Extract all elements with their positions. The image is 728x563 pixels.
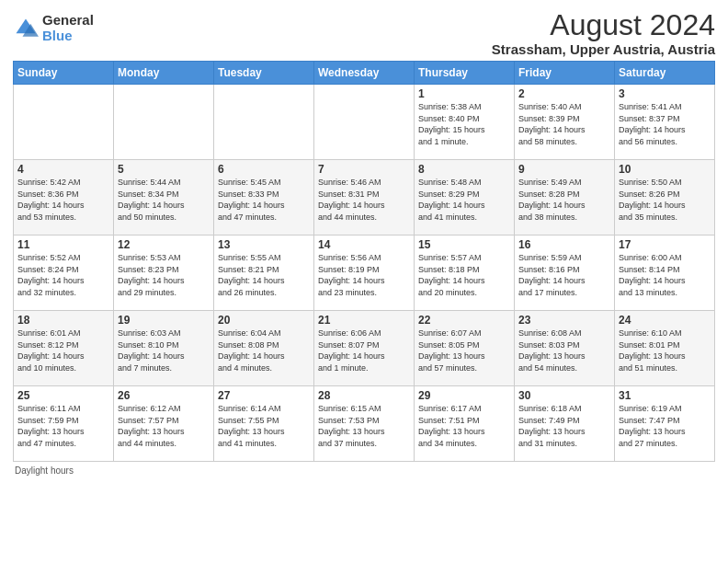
calendar-cell: 29Sunrise: 6:17 AM Sunset: 7:51 PM Dayli… xyxy=(415,386,515,462)
day-info: Sunrise: 6:18 AM Sunset: 7:49 PM Dayligh… xyxy=(518,403,610,449)
day-number: 13 xyxy=(218,238,310,251)
calendar-cell: 10Sunrise: 5:50 AM Sunset: 8:26 PM Dayli… xyxy=(615,160,715,236)
day-info: Sunrise: 5:42 AM Sunset: 8:36 PM Dayligh… xyxy=(17,177,109,223)
day-info: Sunrise: 5:41 AM Sunset: 8:37 PM Dayligh… xyxy=(619,101,711,147)
day-number: 17 xyxy=(619,238,711,251)
day-info: Sunrise: 6:15 AM Sunset: 7:53 PM Dayligh… xyxy=(318,403,410,449)
calendar-body: 1Sunrise: 5:38 AM Sunset: 8:40 PM Daylig… xyxy=(14,85,715,462)
day-number: 25 xyxy=(17,389,109,402)
calendar-cell: 2Sunrise: 5:40 AM Sunset: 8:39 PM Daylig… xyxy=(515,85,615,160)
day-info: Sunrise: 5:38 AM Sunset: 8:40 PM Dayligh… xyxy=(418,101,510,147)
day-number: 16 xyxy=(518,238,610,251)
day-info: Sunrise: 6:04 AM Sunset: 8:08 PM Dayligh… xyxy=(218,327,310,373)
calendar-cell: 28Sunrise: 6:15 AM Sunset: 7:53 PM Dayli… xyxy=(314,386,415,462)
week-row-4: 25Sunrise: 6:11 AM Sunset: 7:59 PM Dayli… xyxy=(14,386,715,462)
calendar-cell: 5Sunrise: 5:44 AM Sunset: 8:34 PM Daylig… xyxy=(114,160,214,236)
day-info: Sunrise: 5:44 AM Sunset: 8:34 PM Dayligh… xyxy=(118,177,210,223)
day-info: Sunrise: 5:52 AM Sunset: 8:24 PM Dayligh… xyxy=(17,252,109,298)
calendar-cell: 15Sunrise: 5:57 AM Sunset: 8:18 PM Dayli… xyxy=(415,236,515,311)
day-header-friday: Friday xyxy=(515,62,615,85)
calendar-cell: 26Sunrise: 6:12 AM Sunset: 7:57 PM Dayli… xyxy=(114,386,214,462)
calendar-cell: 1Sunrise: 5:38 AM Sunset: 8:40 PM Daylig… xyxy=(415,85,515,160)
calendar-cell: 13Sunrise: 5:55 AM Sunset: 8:21 PM Dayli… xyxy=(214,236,314,311)
week-row-0: 1Sunrise: 5:38 AM Sunset: 8:40 PM Daylig… xyxy=(14,85,715,160)
day-header-tuesday: Tuesday xyxy=(214,62,314,85)
day-info: Sunrise: 6:08 AM Sunset: 8:03 PM Dayligh… xyxy=(518,327,610,373)
day-number: 6 xyxy=(218,163,310,176)
day-number: 14 xyxy=(318,238,410,251)
subtitle: Strassham, Upper Austria, Austria xyxy=(492,41,715,57)
calendar-cell: 14Sunrise: 5:56 AM Sunset: 8:19 PM Dayli… xyxy=(314,236,415,311)
day-header-thursday: Thursday xyxy=(415,62,515,85)
calendar-cell xyxy=(314,85,415,160)
main-title: August 2024 xyxy=(492,9,715,41)
day-info: Sunrise: 5:45 AM Sunset: 8:33 PM Dayligh… xyxy=(218,177,310,223)
day-info: Sunrise: 6:17 AM Sunset: 7:51 PM Dayligh… xyxy=(418,403,510,449)
day-number: 18 xyxy=(17,314,109,327)
calendar-cell: 16Sunrise: 5:59 AM Sunset: 8:16 PM Dayli… xyxy=(515,236,615,311)
week-row-3: 18Sunrise: 6:01 AM Sunset: 8:12 PM Dayli… xyxy=(14,311,715,386)
calendar-cell: 9Sunrise: 5:49 AM Sunset: 8:28 PM Daylig… xyxy=(515,160,615,236)
day-header-sunday: Sunday xyxy=(14,62,114,85)
day-info: Sunrise: 5:59 AM Sunset: 8:16 PM Dayligh… xyxy=(518,252,610,298)
week-row-2: 11Sunrise: 5:52 AM Sunset: 8:24 PM Dayli… xyxy=(14,236,715,311)
header-row: SundayMondayTuesdayWednesdayThursdayFrid… xyxy=(14,62,715,85)
calendar-cell: 6Sunrise: 5:45 AM Sunset: 8:33 PM Daylig… xyxy=(214,160,314,236)
logo-general: General xyxy=(42,13,94,29)
day-number: 12 xyxy=(118,238,210,251)
day-number: 20 xyxy=(218,314,310,327)
day-number: 5 xyxy=(118,163,210,176)
day-number: 30 xyxy=(518,389,610,402)
day-number: 19 xyxy=(118,314,210,327)
calendar-cell xyxy=(214,85,314,160)
day-number: 3 xyxy=(619,87,711,100)
day-number: 1 xyxy=(418,87,510,100)
day-number: 4 xyxy=(17,163,109,176)
day-info: Sunrise: 6:19 AM Sunset: 7:47 PM Dayligh… xyxy=(619,403,711,449)
calendar-cell: 23Sunrise: 6:08 AM Sunset: 8:03 PM Dayli… xyxy=(515,311,615,386)
calendar-cell xyxy=(114,85,214,160)
day-info: Sunrise: 6:10 AM Sunset: 8:01 PM Dayligh… xyxy=(619,327,711,373)
day-info: Sunrise: 5:40 AM Sunset: 8:39 PM Dayligh… xyxy=(518,101,610,147)
day-info: Sunrise: 6:06 AM Sunset: 8:07 PM Dayligh… xyxy=(318,327,410,373)
calendar-cell: 20Sunrise: 6:04 AM Sunset: 8:08 PM Dayli… xyxy=(214,311,314,386)
calendar-header: SundayMondayTuesdayWednesdayThursdayFrid… xyxy=(14,62,715,85)
day-info: Sunrise: 6:03 AM Sunset: 8:10 PM Dayligh… xyxy=(118,327,210,373)
day-number: 9 xyxy=(518,163,610,176)
calendar-cell: 7Sunrise: 5:46 AM Sunset: 8:31 PM Daylig… xyxy=(314,160,415,236)
day-number: 11 xyxy=(17,238,109,251)
calendar-cell: 3Sunrise: 5:41 AM Sunset: 8:37 PM Daylig… xyxy=(615,85,715,160)
day-info: Sunrise: 6:07 AM Sunset: 8:05 PM Dayligh… xyxy=(418,327,510,373)
day-info: Sunrise: 5:55 AM Sunset: 8:21 PM Dayligh… xyxy=(218,252,310,298)
page-container: General Blue August 2024 Strassham, Uppe… xyxy=(0,0,728,481)
calendar-cell: 18Sunrise: 6:01 AM Sunset: 8:12 PM Dayli… xyxy=(14,311,114,386)
day-info: Sunrise: 5:48 AM Sunset: 8:29 PM Dayligh… xyxy=(418,177,510,223)
day-number: 15 xyxy=(418,238,510,251)
day-number: 24 xyxy=(619,314,711,327)
day-info: Sunrise: 6:01 AM Sunset: 8:12 PM Dayligh… xyxy=(17,327,109,373)
calendar-cell: 4Sunrise: 5:42 AM Sunset: 8:36 PM Daylig… xyxy=(14,160,114,236)
day-header-wednesday: Wednesday xyxy=(314,62,415,85)
day-number: 23 xyxy=(518,314,610,327)
logo-blue: Blue xyxy=(42,29,94,44)
day-info: Sunrise: 5:57 AM Sunset: 8:18 PM Dayligh… xyxy=(418,252,510,298)
calendar-table: SundayMondayTuesdayWednesdayThursdayFrid… xyxy=(13,61,715,462)
calendar-cell: 19Sunrise: 6:03 AM Sunset: 8:10 PM Dayli… xyxy=(114,311,214,386)
title-block: August 2024 Strassham, Upper Austria, Au… xyxy=(492,9,715,57)
calendar-cell: 12Sunrise: 5:53 AM Sunset: 8:23 PM Dayli… xyxy=(114,236,214,311)
calendar-cell: 25Sunrise: 6:11 AM Sunset: 7:59 PM Dayli… xyxy=(14,386,114,462)
day-info: Sunrise: 5:49 AM Sunset: 8:28 PM Dayligh… xyxy=(518,177,610,223)
day-info: Sunrise: 5:56 AM Sunset: 8:19 PM Dayligh… xyxy=(318,252,410,298)
calendar-cell: 31Sunrise: 6:19 AM Sunset: 7:47 PM Dayli… xyxy=(615,386,715,462)
day-number: 2 xyxy=(518,87,610,100)
calendar-cell: 21Sunrise: 6:06 AM Sunset: 8:07 PM Dayli… xyxy=(314,311,415,386)
day-number: 7 xyxy=(318,163,410,176)
day-info: Sunrise: 6:11 AM Sunset: 7:59 PM Dayligh… xyxy=(17,403,109,449)
day-number: 26 xyxy=(118,389,210,402)
day-number: 8 xyxy=(418,163,510,176)
logo: General Blue xyxy=(13,13,94,43)
day-info: Sunrise: 5:53 AM Sunset: 8:23 PM Dayligh… xyxy=(118,252,210,298)
calendar-cell: 17Sunrise: 6:00 AM Sunset: 8:14 PM Dayli… xyxy=(615,236,715,311)
logo-icon xyxy=(13,16,39,41)
calendar-cell: 22Sunrise: 6:07 AM Sunset: 8:05 PM Dayli… xyxy=(415,311,515,386)
